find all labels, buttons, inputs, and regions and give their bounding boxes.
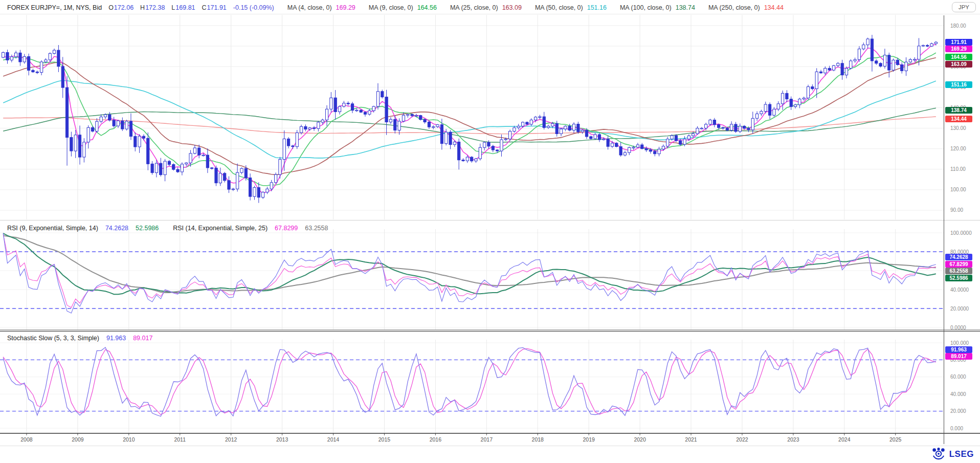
candlestick-series xyxy=(2,35,938,203)
candle-body xyxy=(19,53,21,62)
candle-body xyxy=(726,128,728,130)
candle-body xyxy=(338,106,341,112)
candle-body xyxy=(743,126,746,128)
candle-body xyxy=(768,104,771,115)
candle-body xyxy=(249,178,252,197)
candle-body xyxy=(57,50,60,67)
candle-body xyxy=(296,133,298,146)
price-axis-label: 110.00 xyxy=(950,166,966,172)
candle-body xyxy=(91,127,94,131)
candle-body xyxy=(466,157,469,161)
candle-body xyxy=(866,39,869,45)
year-axis-label: 2024 xyxy=(833,436,856,443)
candle-body xyxy=(888,55,890,70)
axis-value-badge: 138.74 xyxy=(945,107,972,114)
candle-body xyxy=(462,160,464,161)
candle-body xyxy=(926,46,929,47)
candle-body xyxy=(615,143,618,147)
candle-body xyxy=(675,136,677,141)
chart-window: FOREX EURJPY=, 1M, NYS, Bid O172.06 H172… xyxy=(0,0,980,463)
candle-body xyxy=(636,145,639,147)
candle-body xyxy=(611,143,613,146)
candle-body xyxy=(760,112,763,114)
brand-name: LSEG xyxy=(949,449,974,459)
candle-body xyxy=(934,42,937,43)
candle-body xyxy=(23,57,26,62)
candle-body xyxy=(632,147,635,148)
candle-body xyxy=(317,122,320,128)
candle-body xyxy=(837,63,839,65)
currency-chip[interactable]: JPY xyxy=(952,2,976,12)
candle-body xyxy=(662,146,664,149)
year-axis-label: 2019 xyxy=(577,436,600,443)
candle-body xyxy=(645,149,648,150)
candle-body xyxy=(709,120,711,124)
candle-body xyxy=(705,124,707,128)
candle-body xyxy=(151,164,153,172)
rsi-14-label: RSI (14, Exponential, Simple, 25) xyxy=(173,225,268,232)
candle-body xyxy=(372,106,375,111)
candle-body xyxy=(355,110,358,111)
year-axis-label: 2022 xyxy=(731,436,753,443)
axis-value-badge: 171.91 xyxy=(945,39,972,46)
candle-body xyxy=(257,187,260,197)
main-panel[interactable] xyxy=(2,35,938,203)
candle-body xyxy=(347,103,349,104)
candle-body xyxy=(270,183,273,189)
candle-body xyxy=(828,68,831,70)
candle-body xyxy=(325,109,328,120)
candle-body xyxy=(930,43,933,46)
candle-body xyxy=(547,126,549,128)
candle-body xyxy=(87,127,90,142)
year-axis-label: 2020 xyxy=(629,436,651,443)
ma-9-legend: MA (9, close, 0)164.56 xyxy=(369,4,437,11)
rsi-9-line xyxy=(3,233,936,313)
candle-body xyxy=(419,116,422,120)
candle-body xyxy=(202,155,205,156)
rsi-axis-label: 20.0000 xyxy=(950,306,969,312)
price-axis-label: 120.00 xyxy=(950,146,966,151)
net-change: -0.15 (-0.09%) xyxy=(233,4,274,11)
candle-body xyxy=(436,125,439,127)
candle-body xyxy=(398,121,400,130)
candle-body xyxy=(117,121,119,126)
brand-logo: LSEG xyxy=(931,447,974,462)
candle-body xyxy=(564,126,567,129)
ma-100-legend: MA (100, close, 0)138.74 xyxy=(620,4,695,11)
candle-body xyxy=(402,115,405,121)
year-axis-label: 2014 xyxy=(322,436,345,443)
candle-body xyxy=(603,139,605,140)
candle-body xyxy=(155,163,158,172)
candle-body xyxy=(687,136,690,139)
candle-body xyxy=(244,168,247,178)
candle-body xyxy=(581,130,584,132)
price-axis-label: 130.00 xyxy=(950,125,966,131)
candle-body xyxy=(850,61,852,68)
candle-body xyxy=(871,39,873,61)
candle-body xyxy=(458,142,460,160)
candle-body xyxy=(445,132,448,143)
candle-body xyxy=(739,126,741,131)
candle-body xyxy=(773,109,775,115)
candle-body xyxy=(172,165,175,170)
candle-body xyxy=(815,72,818,89)
rsi-14-ma-25-line xyxy=(3,236,936,293)
candle-body xyxy=(534,117,537,120)
year-axis-label: 2018 xyxy=(526,436,549,443)
candle-body xyxy=(415,116,417,116)
candle-body xyxy=(32,70,34,72)
axis-value-badge: 151.16 xyxy=(945,81,972,88)
candle-body xyxy=(679,141,682,144)
candle-body xyxy=(185,163,188,164)
high-field: H172.38 xyxy=(140,4,165,11)
year-axis-label: 2013 xyxy=(271,436,294,443)
candle-body xyxy=(381,92,384,97)
candle-body xyxy=(330,98,332,109)
candle-body xyxy=(160,163,162,174)
rsi-panel[interactable] xyxy=(0,233,944,313)
lseg-crest-icon xyxy=(931,447,946,462)
candle-body xyxy=(700,128,703,129)
candle-body xyxy=(394,119,396,130)
stochastic-panel[interactable] xyxy=(0,347,944,416)
candle-body xyxy=(376,92,379,106)
